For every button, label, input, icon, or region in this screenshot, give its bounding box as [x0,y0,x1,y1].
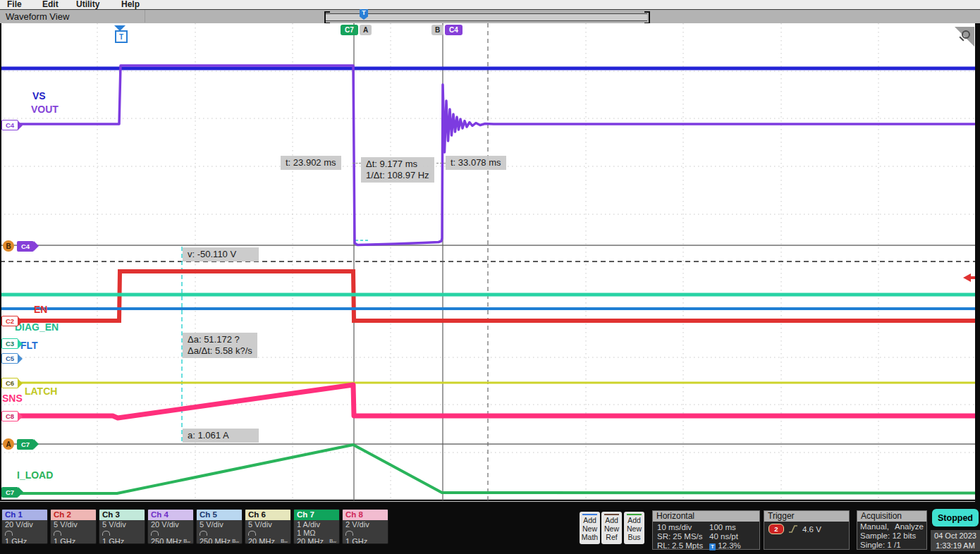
channel-box-ch6[interactable]: Ch 6 5 V/div 20 MHz Bᵥᵥ [245,509,291,544]
channel-box-ch7[interactable]: Ch 7 1 A/div 1 MΩ 20 MHz Bᵥᵥ [293,509,340,544]
menu-edit[interactable]: Edit [42,0,59,9]
channel-box-ch5[interactable]: Ch 5 5 V/div 250 MHz Bᵥᵥ [196,509,243,544]
date: 04 Oct 2023 [931,531,980,541]
ch6-bandwidth: 20 MHz [248,537,275,544]
delta-amplitude-readout: Δa: 51.172 ? Δa/Δt: 5.58 k?/s [183,333,257,358]
ch7-scale: 1 A/div [297,520,336,529]
channel-badge-c5[interactable]: C5 [1,353,18,364]
ch4-name: Ch 4 [148,510,193,520]
acquisition-panel[interactable]: Acquisition Manual, Analyze Sample: 12 b… [857,510,927,550]
channel-badge-c2[interactable]: C2 [1,316,18,326]
label-latch: LATCH [25,386,57,397]
horizontal-title: Horizontal [653,511,759,522]
oscilloscope-screen: File Edit Utility Help Waveform View T [0,0,980,554]
trigger-panel[interactable]: Trigger 2 4.6 V [764,510,850,550]
delta-t-value: Δt: 9.177 ms [366,159,429,170]
probe-icon [345,531,353,536]
channel-badge-c7-active[interactable]: C7 [17,439,34,450]
overview-right-bracket[interactable] [644,11,650,24]
trigger-level: 4.6 V [802,525,821,534]
cursor-source-badge-c7[interactable]: C7 [341,25,358,35]
channel-box-ch2[interactable]: Ch 2 5 V/div 1 GHz [50,509,97,544]
ch4-bw-limit-badge: Bᵥᵥ [183,537,190,544]
trigger-level-arrow-tail [971,276,975,279]
channel-badge-c7[interactable]: C7 [1,487,18,498]
overview-left-bracket[interactable] [324,11,330,24]
probe-icon [248,531,256,536]
acquisition-analyze: Analyze [895,522,924,531]
menu-file[interactable]: File [7,0,22,9]
magnifier-icon [962,30,970,39]
trigger-source-badge: 2 [768,524,784,534]
channel-badge-c8[interactable]: C8 [1,411,18,421]
ch1-scale: 20 V/div [5,520,44,529]
ch7-name: Ch 7 [294,510,339,520]
menu-help[interactable]: Help [121,0,140,9]
ch6-scale: 5 V/div [248,520,288,529]
label-i-load: I_LOAD [17,469,53,481]
ch8-scale: 2 V/div [345,520,385,529]
delta-a-rate-value: Δa/Δt: 5.58 k?/s [188,345,252,357]
ch5-bw-limit-badge: Bᵥᵥ [232,537,239,544]
amplitude-readout: a: 1.061 A [183,429,259,443]
probe-icon [54,531,61,536]
probe-icon [200,531,207,536]
delta-time-readout: Δt: 9.177 ms 1/Δt: 108.97 Hz [361,157,434,183]
plot-right-edge [975,23,980,502]
horizontal-overview-bar[interactable] [326,13,647,21]
ch1-bandwidth: 1 GHz [5,537,27,544]
cursor-a-source-badge[interactable]: A [3,438,14,450]
channel-badge-c6[interactable]: C6 [1,378,18,388]
channel-badge-c4[interactable]: C4 [1,120,18,130]
ch5-name: Ch 5 [197,510,242,520]
label-sns: SNS [2,393,23,404]
cursor-source-badge-c4[interactable]: C4 [445,25,463,35]
channel-box-ch8[interactable]: Ch 8 2 V/div 1 GHz [342,509,388,544]
channel-badge-c4-active[interactable]: C4 [17,241,34,252]
add-new-ref-button[interactable]: AddNewRef [601,512,622,544]
trigger-settings: 2 4.6 V [768,524,821,534]
ch1-name: Ch 1 [2,510,47,520]
ch5-scale: 5 V/div [200,520,239,529]
rising-edge-icon [788,524,798,534]
trigger-level-arrow-icon[interactable] [963,273,971,282]
waveform-plot[interactable] [0,23,980,502]
cursor-a-badge[interactable]: A [360,25,372,35]
delta-a-value: Δa: 51.172 ? [188,334,252,345]
acquisition-single: Single: 1 /1 [860,541,901,549]
voltage-readout: v: -50.110 V [183,247,259,261]
cursor-b-badge[interactable]: B [431,25,443,35]
add-new-math-button[interactable]: AddNewMath [580,512,600,544]
record-length: RL: 2.5 Mpts [657,541,703,550]
sample-rate: SR: 25 MS/s [657,532,703,541]
ch4-scale: 20 V/div [151,520,190,529]
ch5-bandwidth: 250 MHz [200,537,231,544]
trigger-title: Trigger [764,511,849,522]
ch3-name: Ch 3 [99,510,145,520]
inverse-delta-t-value: 1/Δt: 108.97 Hz [366,170,429,181]
ch6-name: Ch 6 [245,510,290,520]
trigger-position-flag-icon[interactable]: T [115,30,128,43]
ch8-name: Ch 8 [343,510,388,520]
probe-icon [102,531,110,536]
horizontal-scale: 10 ms/div [657,523,692,531]
tab-waveform-view[interactable]: Waveform View [6,11,69,22]
channel-box-ch3[interactable]: Ch 3 5 V/div 1 GHz [99,509,145,544]
trigger-position: T 12.3% [709,541,741,550]
ch2-scale: 5 V/div [54,520,93,529]
probe-icon [151,531,159,536]
channel-box-ch1[interactable]: Ch 1 20 V/div 1 GHz [1,509,48,544]
menu-utility[interactable]: Utility [76,0,99,9]
run-state-badge[interactable]: Stopped [932,509,979,527]
connector-dash [353,163,361,164]
channel-badge-c3[interactable]: C3 [1,338,18,349]
cursor-b-source-badge[interactable]: B [3,240,14,252]
channel-box-ch4[interactable]: Ch 4 20 V/div 250 MHz Bᵥᵥ [147,509,194,544]
cursor-b-time-readout: t: 33.078 ms [446,156,506,170]
datetime-box: 04 Oct 2023 1:33:19 AM [931,530,980,551]
horizontal-panel[interactable]: Horizontal 10 ms/div 100 ms SR: 25 MS/s … [652,510,760,550]
add-new-bus-button[interactable]: AddNewBus [624,512,644,544]
ch8-bandwidth: 1 GHz [345,537,367,544]
ch3-scale: 5 V/div [102,520,142,529]
acquisition-mode: Manual, [860,522,889,531]
